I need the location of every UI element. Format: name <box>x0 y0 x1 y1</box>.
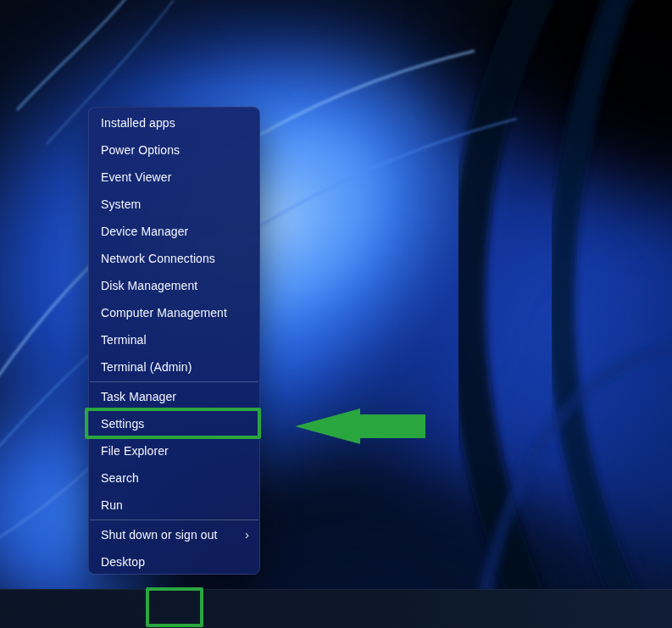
menu-item-run[interactable]: Run <box>89 492 259 519</box>
menu-item-task-manager[interactable]: Task Manager <box>89 383 259 410</box>
menu-item-label: Disk Management <box>101 279 197 292</box>
menu-item-device-manager[interactable]: Device Manager <box>89 218 259 245</box>
annotation-arrow-shaft <box>359 414 425 438</box>
menu-item-terminal-admin[interactable]: Terminal (Admin) <box>89 353 259 381</box>
menu-item-label: File Explorer <box>101 444 169 458</box>
taskbar: Search b <box>0 589 672 628</box>
menu-item-search[interactable]: Search <box>89 464 259 492</box>
menu-item-disk-management[interactable]: Disk Management <box>89 272 259 299</box>
annotation-arrow-icon <box>295 408 360 444</box>
chevron-right-icon: › <box>245 528 249 541</box>
menu-item-label: Desktop <box>101 555 145 569</box>
menu-item-installed-apps[interactable]: Installed apps <box>89 109 259 136</box>
menu-item-shut-down-or-sign-out[interactable]: Shut down or sign out› <box>89 521 259 548</box>
menu-item-event-viewer[interactable]: Event Viewer <box>89 164 259 191</box>
annotation-highlight-settings <box>85 408 261 439</box>
menu-item-file-explorer[interactable]: File Explorer <box>89 437 259 464</box>
menu-item-label: Terminal (Admin) <box>101 360 192 374</box>
context-menu: Installed appsPower OptionsEvent ViewerS… <box>88 107 260 575</box>
menu-item-computer-management[interactable]: Computer Management <box>89 299 259 326</box>
menu-item-label: Event Viewer <box>101 170 171 184</box>
menu-item-label: Shut down or sign out <box>101 528 218 542</box>
menu-item-network-connections[interactable]: Network Connections <box>89 245 259 272</box>
menu-item-label: Network Connections <box>101 252 215 265</box>
menu-item-label: Task Manager <box>101 390 176 403</box>
annotation-highlight-start <box>146 587 203 627</box>
menu-item-power-options[interactable]: Power Options <box>89 136 259 164</box>
menu-item-label: Terminal <box>101 333 147 347</box>
menu-item-label: Run <box>101 498 123 512</box>
menu-item-desktop[interactable]: Desktop <box>89 548 259 575</box>
menu-item-label: Computer Management <box>101 306 227 320</box>
menu-item-label: Search <box>101 471 139 485</box>
menu-item-label: Power Options <box>101 143 180 157</box>
menu-item-terminal[interactable]: Terminal <box>89 326 259 353</box>
menu-item-label: System <box>101 197 141 211</box>
menu-item-system[interactable]: System <box>89 191 259 218</box>
menu-item-label: Installed apps <box>101 116 175 130</box>
menu-item-label: Device Manager <box>101 225 188 238</box>
desktop-screen: Installed appsPower OptionsEvent ViewerS… <box>0 0 672 628</box>
